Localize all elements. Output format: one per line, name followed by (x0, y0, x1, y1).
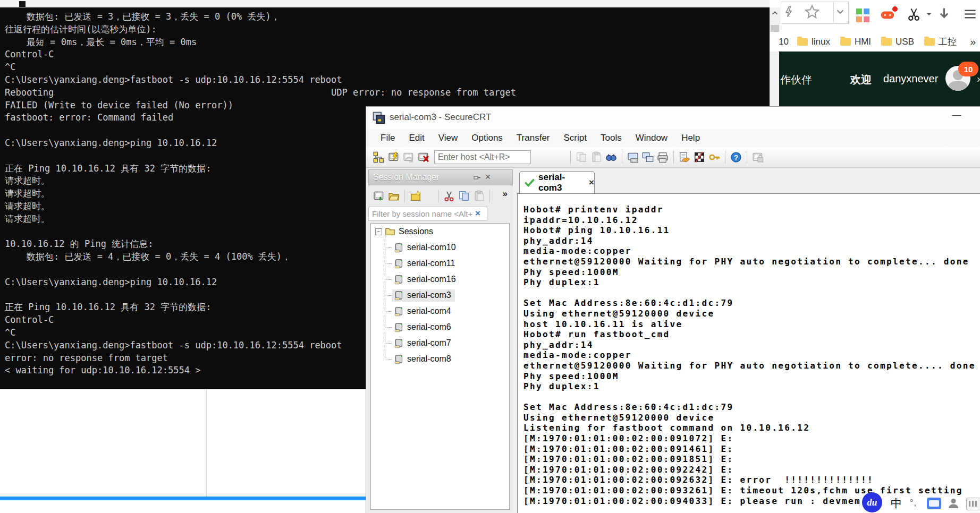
bookmark-partial-label[interactable]: 10 (779, 37, 789, 47)
svg-text:?: ? (734, 154, 738, 162)
bookmark-folder-工控[interactable]: 工控 (924, 36, 957, 48)
toolbar-separator (725, 151, 725, 164)
cut-icon[interactable] (442, 189, 456, 203)
browser-scrollbar[interactable] (770, 7, 780, 106)
session-item-serial-com6[interactable]: serial-com6 (371, 319, 509, 335)
paste-icon[interactable] (472, 189, 486, 203)
session-filter[interactable]: Filter by session name <Alt+ × (368, 207, 487, 221)
print-setup-icon[interactable] (641, 150, 655, 164)
session-item-serial-com11[interactable]: serial-com11 (371, 255, 509, 271)
ime-logo[interactable]: du (862, 492, 882, 512)
username-label[interactable]: danyxnever (883, 73, 938, 85)
toolbar-separator (570, 151, 571, 164)
reconnect-icon[interactable] (402, 150, 416, 164)
account-chevron-icon[interactable]: › (977, 73, 980, 85)
welcome-label: 欢迎 (850, 73, 872, 87)
copy-icon[interactable] (575, 150, 588, 164)
minimize-button[interactable]: — (949, 110, 965, 121)
session-item-serial-com4[interactable]: serial-com4 (371, 303, 509, 319)
bookmark-folder-hmi[interactable]: HMI (840, 37, 871, 47)
collapse-icon[interactable]: − (375, 228, 382, 235)
quick-connect-icon[interactable] (387, 150, 401, 164)
find-icon[interactable] (604, 150, 618, 164)
download-icon[interactable] (937, 6, 951, 21)
serial-session-icon (394, 259, 404, 269)
toolbar-overflow-icon[interactable]: » (503, 189, 508, 199)
menubar: FileEditViewOptionsTransferScriptToolsWi… (366, 129, 980, 147)
favorite-star-icon[interactable] (805, 4, 820, 19)
folder-icon (924, 38, 935, 46)
sessions-root[interactable]: − Sessions (371, 224, 509, 240)
disconnect-icon[interactable] (417, 150, 430, 164)
close-tab-icon[interactable]: × (589, 177, 594, 188)
bookmarks-bar: 10 linuxHMIUSB工控 » (770, 32, 980, 52)
print-icon[interactable] (656, 150, 670, 164)
terminal[interactable]: Hobot# printenv ipaddr ipaddr=10.10.16.1… (517, 193, 980, 513)
session-label: serial-com16 (407, 275, 456, 284)
toolbar-separator (747, 151, 747, 164)
open-folder-icon[interactable] (387, 189, 401, 203)
menu-view[interactable]: View (432, 131, 465, 146)
toolbar-separator (673, 151, 674, 164)
menu-script[interactable]: Script (557, 131, 594, 146)
scissors-dropdown-icon[interactable] (926, 13, 932, 18)
bookmark-label: USB (895, 37, 914, 47)
menu-transfer[interactable]: Transfer (510, 131, 557, 146)
dropdown-chevron-icon[interactable] (834, 6, 846, 18)
toolbar-separator (404, 190, 405, 202)
help-icon[interactable]: ? (729, 150, 743, 164)
session-item-serial-com3[interactable]: serial-com3 (371, 287, 509, 303)
menu-window[interactable]: Window (629, 131, 674, 146)
bookmark-folder-linux[interactable]: linux (797, 37, 830, 47)
clear-filter-icon[interactable]: × (475, 208, 480, 219)
session-manager-icon[interactable] (372, 150, 386, 164)
session-tree: − Sessions serial-com10serial-com11seria… (370, 223, 510, 510)
print-preview-icon[interactable] (626, 150, 640, 164)
menu-tools[interactable]: Tools (594, 131, 629, 146)
toolbar-separator (438, 190, 438, 202)
session-item-serial-com7[interactable]: serial-com7 (371, 335, 509, 351)
session-options-icon[interactable] (678, 150, 691, 164)
lightning-icon[interactable] (783, 6, 795, 18)
apps-grid-icon[interactable] (856, 8, 870, 22)
close-panel-icon[interactable]: × (484, 172, 492, 183)
scrollbar-up-icon[interactable] (770, 10, 780, 21)
bookmark-folder-usb[interactable]: USB (881, 37, 914, 47)
serial-session-icon (394, 290, 404, 301)
session-manager-toolbar (368, 185, 513, 207)
securecrt-titlebar[interactable]: serial-com3 - SecureCRT — (366, 107, 980, 129)
import-sessions-icon[interactable] (409, 189, 423, 203)
bookmark-label: 工控 (939, 36, 957, 48)
menu-file[interactable]: File (374, 131, 402, 146)
bookmarks-overflow-icon[interactable]: » (970, 36, 976, 48)
paste-icon[interactable] (589, 150, 603, 164)
cmd-titlebar[interactable] (0, 0, 770, 7)
host-input[interactable] (434, 150, 531, 164)
agent-key-icon[interactable] (707, 150, 721, 164)
session-item-serial-com10[interactable]: serial-com10 (371, 240, 509, 255)
games-icon[interactable] (878, 8, 897, 22)
screenshot-scissors-icon[interactable] (907, 7, 921, 21)
ime-grid-icon[interactable] (966, 498, 980, 510)
partner-link[interactable]: 作伙伴 (780, 73, 812, 87)
session-item-serial-com8[interactable]: serial-com8 (371, 351, 509, 367)
copy-icon[interactable] (457, 189, 471, 203)
menu-help[interactable]: Help (674, 131, 707, 146)
connect-session-icon[interactable] (372, 189, 386, 203)
terminal-output: Hobot# printenv ipaddr ipaddr=10.10.16.1… (523, 204, 976, 506)
ime-keyboard-icon[interactable] (927, 498, 941, 509)
menu-hamburger-icon[interactable] (963, 7, 977, 21)
ime-language-mode[interactable]: 中 (891, 496, 902, 511)
session-label: serial-com11 (407, 259, 455, 268)
pin-icon[interactable] (473, 174, 481, 182)
menu-options[interactable]: Options (464, 131, 510, 146)
punctuation-mode-icon[interactable]: °, (910, 498, 917, 508)
lock-session-icon[interactable] (751, 150, 765, 164)
ime-user-icon[interactable] (947, 497, 960, 510)
terminal-pane: serial-com3 × Hobot# printenv ipaddr ipa… (517, 169, 980, 513)
menu-edit[interactable]: Edit (402, 131, 431, 146)
session-item-serial-com16[interactable]: serial-com16 (371, 271, 509, 287)
tab-serial-com3[interactable]: serial-com3 × (519, 171, 595, 193)
keymap-editor-icon[interactable] (692, 150, 706, 164)
accent-line (0, 497, 368, 500)
